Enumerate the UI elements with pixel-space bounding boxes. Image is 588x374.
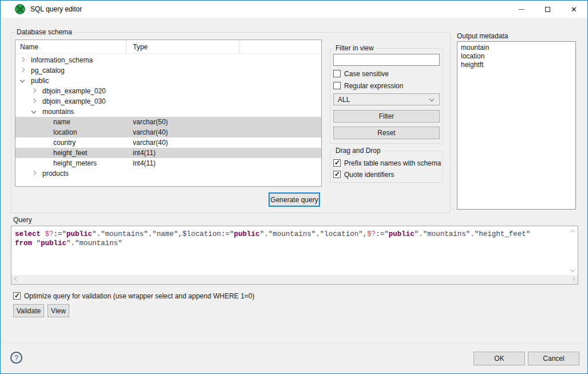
tree-row[interactable]: height_metersint4(11) [15,158,321,168]
horizontal-scrollbar[interactable] [11,275,578,284]
column-header-name[interactable]: Name [20,43,38,51]
close-icon: ✕ [571,6,577,13]
regular-expression-label: Regular expression [344,82,403,90]
maximize-icon [545,7,550,12]
tree-row[interactable]: products [15,168,321,179]
tree-row[interactable]: locationvarchar(40) [15,127,321,137]
tree-node-name: public [31,77,49,85]
column-divider[interactable] [239,40,239,54]
query-text[interactable]: select $?:="public"."mountains"."name",$… [15,230,530,248]
tree-node-name: height_meters [53,159,97,167]
maximize-button[interactable] [535,1,561,18]
tree-header[interactable]: Name Type [15,40,321,54]
output-metadata-label: Output metadata [457,32,508,40]
filter-scope-select[interactable]: ALL [333,93,440,105]
chevron-down-icon [429,97,434,101]
scroll-down-icon[interactable] [570,267,575,272]
title-bar[interactable]: SQL query editor ✕ [1,1,587,18]
sql-query-editor-dialog: SQL query editor ✕ Database schema Name … [0,0,588,374]
drag-and-drop-label: Drag and Drop [334,147,382,155]
tree-node-name: height_feet [53,149,87,157]
prefix-table-names-label: Prefix table names with schema [344,159,441,167]
generate-query-button[interactable]: Generate query [269,192,320,207]
database-schema-label: Database schema [15,28,74,36]
filter-in-view-label: Filter in view [334,44,376,52]
quote-identifiers-checkbox[interactable] [333,171,341,178]
chevron-right-icon[interactable] [31,171,36,175]
tree-node-name: dbjoin_example_030 [42,97,106,105]
chevron-right-icon[interactable] [31,88,36,93]
scroll-right-icon[interactable] [570,277,575,281]
output-metadata-list[interactable]: mountainlocationheightft [457,41,576,210]
chevron-right-icon[interactable] [20,57,25,62]
tree-node-name: products [42,170,69,178]
chevron-down-icon[interactable] [31,109,36,113]
view-button[interactable]: View [48,304,69,317]
tree-node-type: varchar(50) [133,118,168,126]
ok-button[interactable]: OK [473,352,525,365]
question-mark-icon: ? [14,353,18,362]
metadata-item[interactable]: mountain [461,44,575,52]
chevron-right-icon[interactable] [31,99,36,103]
optimize-query-checkbox[interactable] [13,292,21,300]
tree-node-name: location [53,128,77,136]
schema-tree[interactable]: Name Type information_schemapg_catalogpu… [15,40,322,187]
optimize-query-label: Optimize query for validation (use wrapp… [24,292,255,300]
app-logo-icon [15,4,25,14]
case-sensitive-label: Case sensitive [344,70,389,78]
tree-node-name: country [53,139,76,147]
cancel-button[interactable]: Cancel [528,352,579,365]
tree-row[interactable]: mountains [15,107,321,117]
tree-row[interactable]: dbjoin_example_030 [15,96,321,107]
tree-node-type: int4(11) [133,159,156,167]
minimize-icon [519,9,524,10]
quote-identifiers-label: Quote identifiers [344,171,394,179]
metadata-item[interactable]: heightft [461,61,575,69]
scroll-up-icon[interactable] [570,230,575,234]
tree-node-name: mountains [42,108,74,116]
chevron-right-icon[interactable] [20,68,25,72]
scroll-left-icon[interactable] [14,277,19,281]
filter-scope-value: ALL [338,96,350,104]
column-divider[interactable] [126,40,127,54]
close-button[interactable]: ✕ [561,1,587,18]
chevron-down-icon[interactable] [20,78,25,82]
filter-button[interactable]: Filter [333,110,440,123]
column-header-type[interactable]: Type [133,43,148,51]
tree-node-name: pg_catalog [31,66,65,74]
reset-button[interactable]: Reset [333,127,440,139]
tree-row[interactable]: pg_catalog [15,65,321,76]
tree-node-type: varchar(40) [133,139,168,147]
prefix-table-names-checkbox[interactable] [333,159,341,167]
metadata-item[interactable]: location [461,52,575,61]
tree-row[interactable]: countryvarchar(40) [15,137,321,148]
minimize-button[interactable] [508,1,534,18]
tree-node-type: int4(11) [133,149,156,157]
tree-row[interactable]: height_feetint4(11) [15,148,321,158]
validate-button[interactable]: Validate [13,304,44,317]
window-title: SQL query editor [30,5,82,13]
tree-node-name: information_schema [31,56,93,64]
help-button[interactable]: ? [10,352,22,364]
tree-node-name: name [53,118,70,126]
tree-node-name: dbjoin_example_020 [42,87,106,95]
tree-row[interactable]: information_schema [15,55,321,65]
footer-divider [1,342,587,343]
filter-input[interactable] [333,54,440,66]
regular-expression-checkbox[interactable] [333,82,341,89]
query-label: Query [13,216,32,224]
tree-node-type: varchar(40) [133,128,168,136]
query-editor[interactable]: select $?:="public"."mountains"."name",$… [11,226,578,285]
tree-row[interactable]: dbjoin_example_020 [15,86,321,96]
tree-row[interactable]: namevarchar(50) [15,117,321,127]
tree-row[interactable]: public [15,76,321,86]
case-sensitive-checkbox[interactable] [333,70,341,77]
